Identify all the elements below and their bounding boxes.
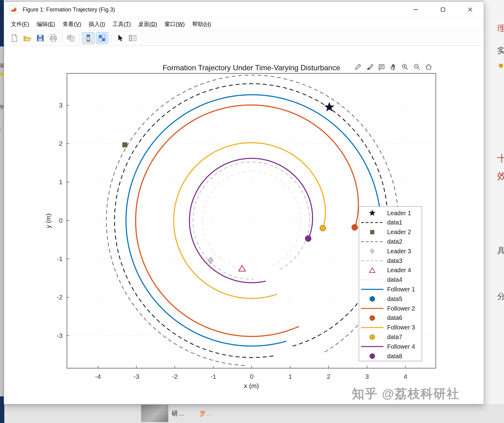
left-text-fragment: 保 — [0, 63, 4, 69]
zoom-in-button[interactable] — [401, 63, 409, 71]
series-follower-1 — [126, 95, 381, 346]
cursor-arrow-icon — [115, 34, 124, 42]
x-tick-label: -1 — [210, 373, 216, 380]
printer-icon — [49, 34, 58, 42]
menu-item-6[interactable]: 窗口(W) — [161, 19, 188, 29]
zoom-out-button[interactable] — [413, 63, 421, 71]
y-tick-label: 0 — [59, 217, 63, 224]
plot-browser-button[interactable] — [96, 32, 108, 44]
legend-label: Follower 2 — [387, 305, 415, 312]
plot-browser-icon — [98, 34, 106, 42]
toolbar-separator — [79, 34, 80, 42]
minimize-icon — [413, 7, 419, 13]
y-tick-label: 2 — [59, 140, 63, 147]
left-text-fragment: 作 — [0, 104, 4, 111]
open-folder-icon — [23, 34, 32, 42]
colormap-editor-button[interactable] — [82, 32, 95, 44]
trajectory-plot: -4-3-2-101234-3-2-10123Formation Traject… — [4, 46, 483, 404]
maximize-icon — [440, 7, 446, 13]
left-text-fragment: r — [0, 127, 1, 133]
matlab-icon — [9, 5, 18, 14]
x-tick-label: 4 — [404, 373, 407, 380]
close-button[interactable] — [457, 2, 484, 18]
menu-item-2[interactable]: 查看(V) — [59, 19, 85, 29]
colormap-icon — [84, 34, 93, 42]
new-file-button[interactable] — [8, 33, 20, 44]
minimize-button[interactable] — [402, 2, 429, 18]
legend-label: data4 — [387, 276, 402, 283]
print-button[interactable] — [47, 33, 59, 44]
property-panel-button[interactable] — [127, 33, 139, 44]
markers — [122, 102, 381, 271]
print-preview-button[interactable] — [65, 33, 77, 44]
save-floppy-icon — [36, 34, 45, 42]
legend-label: Leader 2 — [387, 229, 411, 235]
y-tick-label: -2 — [57, 294, 63, 301]
title-bar[interactable]: Figure 1: Formation Trajectory (Fig.3) — [4, 2, 484, 18]
legend-label: data6 — [387, 314, 402, 321]
screenshot-root: 保 作 r 理 实 十 效 具 分 研… 梦… Figu — [0, 0, 504, 423]
x-axis-label: x (m) — [244, 382, 259, 389]
series-data1 — [115, 84, 388, 357]
plot-title: Formation Trajectory Under Time-Varying … — [162, 63, 340, 72]
marker-data6 — [352, 225, 358, 230]
watermark: 知乎 @荔枝科研社 — [352, 385, 460, 402]
left-navy-bar — [0, 0, 4, 46]
data-tip-icon — [378, 63, 386, 71]
menu-item-5[interactable]: 桌面(D) — [135, 19, 161, 29]
right-text-fragment: 分 — [497, 291, 504, 302]
legend-label: data3 — [387, 257, 402, 264]
background-right-edge: 理 实 十 效 具 分 — [484, 0, 504, 423]
figure-canvas: -4-3-2-101234-3-2-10123Formation Traject… — [4, 46, 484, 404]
brush-data-button[interactable] — [365, 63, 374, 71]
menu-item-4[interactable]: 工具(T) — [109, 19, 135, 29]
legend-label: Follower 3 — [387, 324, 415, 331]
legend-label: data8 — [387, 353, 402, 360]
legend-label: data7 — [387, 334, 402, 340]
x-tick-label: -2 — [172, 373, 178, 380]
matlab-figure-window: Figure 1: Formation Trajectory (Fig.3) — [4, 1, 484, 404]
marker-leader-1 — [325, 102, 334, 111]
close-icon — [467, 7, 473, 13]
marker-leader-3 — [208, 257, 213, 264]
bottom-text-fragment: 研… — [172, 409, 184, 418]
brush-icon — [366, 63, 374, 71]
open-file-button[interactable] — [21, 33, 33, 44]
y-tick-label: 1 — [59, 178, 63, 185]
edit-cursor-button[interactable] — [114, 33, 126, 44]
data-tips-button[interactable] — [377, 63, 386, 71]
bottom-text-fragment: 梦… — [200, 409, 212, 418]
menu-item-1[interactable]: 编辑(E) — [33, 19, 59, 29]
x-tick-label: 0 — [250, 373, 254, 380]
edit-plot-button[interactable] — [354, 63, 362, 71]
right-text-fragment: 实 — [497, 45, 504, 56]
menu-bar: 文件(F)编辑(E)查看(V)插入(I)工具(T)桌面(D)窗口(W)帮助(H) — [4, 18, 484, 30]
legend[interactable]: Leader 1data1Leader 2data2Leader 3data3L… — [359, 207, 422, 361]
toolbar-separator — [62, 34, 62, 42]
right-text-fragment: 十 — [497, 152, 504, 165]
toolbar — [4, 30, 484, 46]
zoom-in-icon — [401, 63, 409, 71]
save-button[interactable] — [34, 33, 46, 44]
menu-item-7[interactable]: 帮助(H) — [188, 19, 215, 29]
menu-item-3[interactable]: 插入(I) — [85, 19, 109, 29]
bottom-thumbnail — [141, 405, 168, 422]
legend-label: data2 — [387, 238, 402, 245]
legend-label: Follower 4 — [387, 343, 415, 350]
right-text-fragment: 效 — [497, 170, 504, 182]
x-tick-label: -3 — [134, 373, 139, 380]
marker-leader-2 — [122, 142, 127, 147]
y-tick-label: 3 — [59, 102, 63, 109]
legend-label: Follower 1 — [387, 286, 415, 293]
series-follower-3 — [174, 143, 325, 299]
y-axis-label: y (m) — [45, 213, 52, 228]
restore-view-button[interactable] — [424, 63, 433, 71]
marker-data7 — [320, 225, 326, 231]
x-tick-label: 2 — [327, 373, 330, 380]
menu-item-0[interactable]: 文件(F) — [7, 19, 33, 29]
right-text-fragment: 理 — [497, 23, 504, 34]
right-orange-chip — [499, 64, 503, 68]
pan-button[interactable] — [389, 63, 397, 71]
background-left-edge: 保 作 r — [0, 0, 4, 423]
maximize-button[interactable] — [429, 2, 457, 18]
